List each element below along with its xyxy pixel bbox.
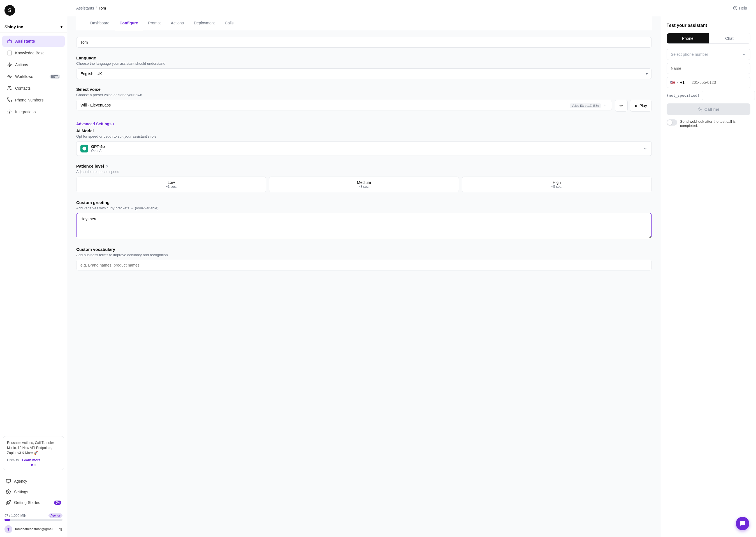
chat-bubble[interactable] xyxy=(736,517,749,530)
patience-options: Low ~1 sec. Medium ~3 sec. High ~5 sec. xyxy=(76,177,652,192)
voice-play-button[interactable]: ▶ Play xyxy=(630,100,652,111)
breadcrumb-parent[interactable]: Assistants xyxy=(76,6,94,10)
ai-model-desc: Opt for speed or depth to suit your assi… xyxy=(76,134,652,139)
svg-rect-0 xyxy=(8,40,12,43)
patience-medium-label: Medium xyxy=(273,180,455,185)
variable-input[interactable] xyxy=(702,91,755,100)
webhook-row: Send webhook after the test call is comp… xyxy=(667,119,750,128)
logo-icon: S xyxy=(5,5,15,16)
agency-label: Agency xyxy=(14,479,27,483)
progress-fill xyxy=(5,519,10,521)
ai-model-select[interactable]: GPT-4o OpenAI xyxy=(76,141,652,156)
help-button[interactable]: Help xyxy=(733,6,747,10)
progress-bar xyxy=(5,519,62,521)
patience-low-button[interactable]: Low ~1 sec. xyxy=(76,177,266,192)
sidebar-item-phone-numbers[interactable]: Phone Numbers xyxy=(2,95,65,106)
promo-dots xyxy=(7,464,60,466)
panel-title: Test your assistant xyxy=(667,23,750,28)
sidebar-item-actions[interactable]: Actions xyxy=(2,59,65,70)
patience-high-time: ~5 sec. xyxy=(465,185,648,188)
advanced-settings-chevron: › xyxy=(113,122,114,126)
contacts-icon xyxy=(7,86,12,91)
svg-marker-3 xyxy=(8,63,12,67)
org-switcher[interactable]: Shiny Inc ▾ xyxy=(0,21,67,33)
sidebar-item-agency[interactable]: Agency xyxy=(2,476,65,486)
sidebar-item-settings[interactable]: Settings xyxy=(2,486,65,497)
vocabulary-input[interactable] xyxy=(76,260,652,270)
phone-number-placeholder: Select phone number xyxy=(671,52,708,57)
rocket-icon xyxy=(6,500,11,505)
pctab-phone[interactable]: Phone xyxy=(667,33,709,43)
phone-number-select[interactable]: Select phone number xyxy=(667,49,750,60)
webhook-text: Send webhook after the test call is comp… xyxy=(680,119,750,128)
settings-label: Settings xyxy=(14,490,28,494)
svg-point-5 xyxy=(9,111,10,113)
patience-high-label: High xyxy=(465,180,648,185)
settings-icon xyxy=(6,489,11,495)
getting-started-label: Getting Started xyxy=(14,500,40,505)
pencil-icon: ✏ xyxy=(619,103,623,108)
sidebar-item-workflows[interactable]: Workflows BETA xyxy=(2,71,65,82)
phone-row: 🇺🇸 +1 xyxy=(667,77,750,88)
pctab-chat[interactable]: Chat xyxy=(709,33,750,43)
webhook-toggle[interactable] xyxy=(667,119,677,126)
model-info: GPT-4o OpenAI xyxy=(91,145,640,153)
svg-point-4 xyxy=(8,86,10,88)
assistant-name-input[interactable] xyxy=(76,37,652,48)
sidebar-item-label: Assistants xyxy=(15,39,35,43)
greeting-textarea[interactable]: Hey there! xyxy=(76,213,652,238)
tab-actions[interactable]: Actions xyxy=(166,16,189,30)
svg-rect-6 xyxy=(6,479,11,482)
tab-configure[interactable]: Configure xyxy=(115,16,143,30)
sidebar-item-assistants[interactable]: Assistants xyxy=(2,36,65,47)
country-code: +1 xyxy=(680,80,685,85)
tab-dashboard[interactable]: Dashboard xyxy=(85,16,115,30)
svg-point-14 xyxy=(607,105,607,105)
greeting-title: Custom greeting xyxy=(76,200,652,205)
sidebar-item-getting-started[interactable]: Getting Started 0% xyxy=(2,497,65,508)
name-input[interactable] xyxy=(667,63,750,74)
getting-started-badge: 0% xyxy=(54,501,61,505)
country-code-selector[interactable]: 🇺🇸 +1 xyxy=(667,77,688,88)
patience-section: Patience level ? Adjust the response spe… xyxy=(76,164,652,192)
right-panel: Test your assistant Phone Chat Select ph… xyxy=(661,16,756,537)
promo-learn-more-button[interactable]: Learn more xyxy=(22,458,40,462)
user-row[interactable]: T tomcharlesosman@gmail ⇅ xyxy=(0,522,67,537)
model-name: GPT-4o xyxy=(91,145,640,149)
book-icon xyxy=(7,50,12,56)
language-select[interactable]: English | UK xyxy=(76,68,652,79)
main-area: Assistants / Tom Help Dashboard Configur… xyxy=(67,0,756,537)
dot-2 xyxy=(34,464,36,466)
patience-high-button[interactable]: High ~5 sec. xyxy=(462,177,652,192)
workflow-icon xyxy=(7,74,12,79)
patience-low-time: ~1 sec. xyxy=(80,185,262,188)
voice-select[interactable]: Will - ElevenLabs Voice ID: bl...ZH58o xyxy=(76,100,612,110)
tab-prompt[interactable]: Prompt xyxy=(143,16,166,30)
svg-point-9 xyxy=(8,491,9,493)
sidebar-item-contacts[interactable]: Contacts xyxy=(2,83,65,94)
sidebar-item-integrations[interactable]: Integrations xyxy=(2,106,65,117)
patience-medium-button[interactable]: Medium ~3 sec. xyxy=(269,177,459,192)
dot-1 xyxy=(31,464,33,466)
patience-desc: Adjust the response speed xyxy=(76,170,652,174)
tab-deployment[interactable]: Deployment xyxy=(189,16,220,30)
language-desc: Choose the language your assistant shoul… xyxy=(76,62,652,65)
sidebar-item-label: Contacts xyxy=(15,86,30,91)
call-me-button[interactable]: Call me xyxy=(667,103,750,115)
sidebar-item-label: Knowledge Base xyxy=(15,51,45,55)
voice-edit-button[interactable]: ✏ xyxy=(615,100,628,111)
sidebar-item-knowledge-base[interactable]: Knowledge Base xyxy=(2,47,65,59)
lightning-icon xyxy=(7,62,12,67)
voice-row: Will - ElevenLabs Voice ID: bl...ZH58o ✏… xyxy=(76,100,652,111)
tab-calls[interactable]: Calls xyxy=(220,16,238,30)
phone-number-input[interactable] xyxy=(688,77,750,88)
robot-icon xyxy=(7,38,12,44)
openai-icon xyxy=(80,145,88,152)
language-section: Language Choose the language your assist… xyxy=(76,56,652,79)
ai-model-title: AI Model xyxy=(76,128,652,133)
progress-label: 97 / 1,000 MIN Agency xyxy=(5,514,62,518)
promo-dismiss-button[interactable]: Dismiss xyxy=(7,458,19,462)
user-email: tomcharlesosman@gmail xyxy=(15,527,56,531)
user-menu-icon: ⇅ xyxy=(59,527,62,531)
advanced-settings-link[interactable]: Advanced Settings › xyxy=(76,119,652,128)
